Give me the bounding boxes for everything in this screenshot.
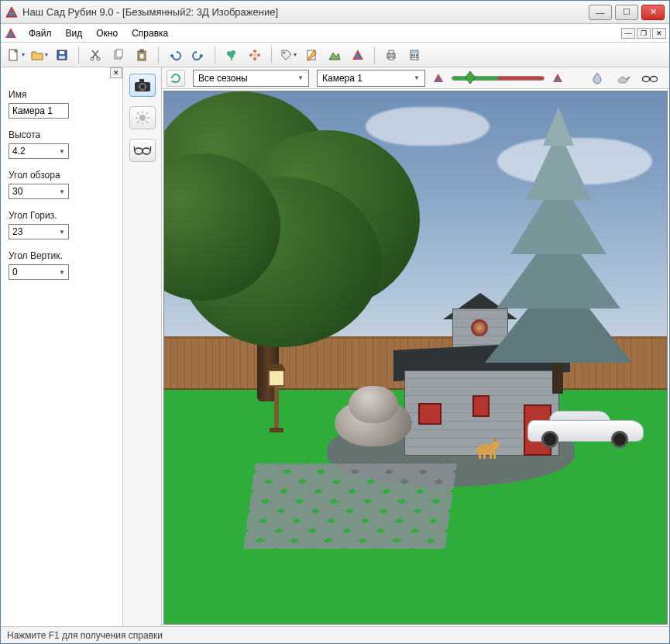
panel-close-button[interactable]: ✕ <box>110 67 122 78</box>
mdi-close-button[interactable]: ✕ <box>652 28 666 39</box>
svg-point-46 <box>140 85 143 88</box>
chevron-down-icon: ▼ <box>59 269 65 276</box>
height-combo[interactable]: 4.2▼ <box>9 143 69 159</box>
svg-rect-71 <box>490 453 492 459</box>
open-button[interactable]: ▾ <box>29 45 49 65</box>
close-button[interactable]: ✕ <box>641 5 665 20</box>
svg-rect-12 <box>116 50 122 57</box>
tool-column <box>123 67 162 626</box>
svg-point-64 <box>618 78 627 83</box>
new-button[interactable]: ▾ <box>5 45 26 65</box>
svg-rect-8 <box>59 56 65 59</box>
svg-point-24 <box>253 57 256 60</box>
h-angle-value: 23 <box>12 226 22 237</box>
svg-line-55 <box>137 122 139 124</box>
svg-point-25 <box>249 53 253 57</box>
menubar: Файл Вид Окно Справка — ❐ ✕ <box>1 24 669 43</box>
svg-rect-33 <box>389 50 393 53</box>
terrain-button[interactable] <box>325 45 345 65</box>
svg-rect-41 <box>414 57 415 58</box>
statusbar: Нажмите F1 для получения справки <box>1 626 669 643</box>
svg-marker-61 <box>466 71 475 84</box>
scene-car <box>527 401 644 448</box>
svg-rect-21 <box>231 57 232 60</box>
app-small-icon <box>4 26 18 40</box>
3d-viewport[interactable] <box>163 91 668 625</box>
sun-tool[interactable] <box>129 106 156 129</box>
properties-panel: ✕ Имя Высота 4.2▼ Угол обзора 30▼ Угол Г… <box>1 67 123 626</box>
svg-point-60 <box>437 77 441 81</box>
maximize-button[interactable]: ☐ <box>615 5 638 20</box>
svg-rect-69 <box>479 453 481 459</box>
menu-view[interactable]: Вид <box>60 26 89 41</box>
svg-rect-75 <box>274 386 279 429</box>
chevron-down-icon: ▼ <box>414 74 420 81</box>
3d-button[interactable] <box>348 45 368 65</box>
season-combo[interactable]: Все сезоны▼ <box>193 70 309 87</box>
view-toolbar: Все сезоны▼ Камера 1▼ <box>162 67 669 89</box>
fov-label: Угол обзора <box>9 170 115 181</box>
quality-slider[interactable] <box>452 70 545 87</box>
note-button[interactable] <box>301 45 321 65</box>
glasses-tool[interactable] <box>129 139 156 162</box>
height-label: Высота <box>9 129 115 140</box>
h-angle-label: Угол Гориз. <box>9 210 115 221</box>
svg-point-26 <box>257 53 260 57</box>
scene-dog <box>472 431 502 460</box>
name-input[interactable] <box>9 103 69 119</box>
paste-button[interactable] <box>132 45 152 65</box>
print-button[interactable] <box>381 45 401 65</box>
camera-combo[interactable]: Камера 1▼ <box>317 70 425 87</box>
svg-point-57 <box>143 148 150 154</box>
chevron-down-icon: ▼ <box>59 188 65 195</box>
h-angle-combo[interactable]: 23▼ <box>9 224 69 239</box>
quality-high-icon <box>552 73 563 84</box>
v-angle-combo[interactable]: 0▼ <box>9 264 69 280</box>
minimize-button[interactable]: — <box>589 5 612 20</box>
can-tool-button[interactable] <box>614 70 633 87</box>
slider-thumb-icon <box>466 71 475 84</box>
svg-marker-78 <box>267 364 286 370</box>
plants-button[interactable] <box>222 45 242 65</box>
calculator-button[interactable] <box>404 45 424 65</box>
svg-rect-40 <box>411 57 413 58</box>
svg-marker-16 <box>170 53 173 58</box>
menu-window[interactable]: Окно <box>90 26 124 41</box>
svg-marker-29 <box>329 53 340 60</box>
svg-rect-37 <box>411 54 413 56</box>
mdi-restore-button[interactable]: ❐ <box>637 28 651 39</box>
glasses-view-button[interactable] <box>641 70 659 87</box>
undo-button[interactable] <box>165 45 185 65</box>
season-value: Все сезоны <box>198 73 248 84</box>
name-label: Имя <box>9 89 115 100</box>
copy-button[interactable] <box>108 45 129 65</box>
fov-value: 30 <box>12 186 22 197</box>
svg-point-31 <box>356 54 360 59</box>
scene-tree-conifer <box>481 99 636 394</box>
flower-button[interactable] <box>245 45 265 65</box>
mdi-minimize-button[interactable]: — <box>621 28 635 39</box>
svg-rect-39 <box>416 54 417 56</box>
camera-value: Камера 1 <box>322 73 362 84</box>
menu-file[interactable]: Файл <box>22 26 58 41</box>
tag-button[interactable]: ▾ <box>278 45 298 65</box>
svg-rect-36 <box>411 51 417 53</box>
scene-lantern <box>266 363 287 432</box>
refresh-view-button[interactable] <box>167 70 185 87</box>
v-angle-value: 0 <box>12 267 18 277</box>
save-button[interactable] <box>52 45 72 65</box>
fov-combo[interactable]: 30▼ <box>9 184 69 199</box>
svg-point-56 <box>135 148 143 154</box>
scene-tree-deciduous <box>163 91 420 409</box>
drop-tool-button[interactable] <box>588 70 606 87</box>
svg-point-63 <box>556 77 560 81</box>
redo-button[interactable] <box>188 45 208 65</box>
menu-help[interactable]: Справка <box>125 26 174 41</box>
svg-point-47 <box>139 115 146 121</box>
camera-tool[interactable] <box>129 74 156 97</box>
svg-point-73 <box>492 441 500 449</box>
svg-point-23 <box>253 50 256 53</box>
main-toolbar: ▾ ▾ ▾ <box>1 43 669 67</box>
svg-rect-76 <box>270 428 283 432</box>
cut-button[interactable] <box>85 45 105 65</box>
